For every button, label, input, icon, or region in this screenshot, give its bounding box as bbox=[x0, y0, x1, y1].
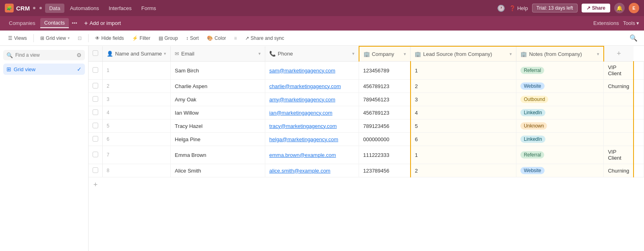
cell-name[interactable]: Amy Oak bbox=[171, 93, 265, 106]
cell-notes[interactable]: VIP Client bbox=[604, 62, 634, 80]
nav-item-automations[interactable]: Automations bbox=[66, 4, 103, 13]
row-checkbox[interactable] bbox=[93, 167, 98, 173]
cell-phone[interactable]: 111222333 bbox=[359, 146, 411, 164]
cell-name[interactable]: Tracy Hazel bbox=[171, 119, 265, 133]
more-tabs-button[interactable]: ••• bbox=[70, 19, 79, 28]
avatar[interactable]: E bbox=[629, 3, 639, 13]
col-header-email[interactable]: ✉ Email ▾ bbox=[171, 46, 265, 62]
history-icon[interactable]: 🕐 bbox=[497, 4, 505, 12]
cell-name[interactable]: Emma Brown bbox=[171, 146, 265, 164]
share-button[interactable]: ↗ Share bbox=[582, 4, 610, 12]
cell-name[interactable]: Helga Pine bbox=[171, 133, 265, 146]
tab-contacts[interactable]: Contacts bbox=[40, 18, 69, 28]
cell-lead-source[interactable]: Website bbox=[516, 164, 604, 177]
cell-phone[interactable]: 456789123 bbox=[359, 106, 411, 119]
cell-lead-source[interactable]: LinkedIn bbox=[516, 106, 604, 119]
lead-sort-icon[interactable]: ▾ bbox=[510, 51, 512, 57]
add-col-header[interactable]: + bbox=[604, 46, 634, 62]
cell-phone[interactable]: 456789123 bbox=[359, 80, 411, 93]
cell-phone[interactable]: 123789456 bbox=[359, 164, 411, 177]
cell-name[interactable]: Alice Smith bbox=[171, 164, 265, 177]
phone-sort-icon[interactable]: ▾ bbox=[352, 51, 355, 56]
color-button[interactable]: 🎨 Color bbox=[204, 34, 229, 43]
cell-email[interactable]: alice.smith@example.com bbox=[265, 164, 359, 177]
cell-lead-source[interactable]: Outbound bbox=[516, 93, 604, 106]
cell-company[interactable]: 4 bbox=[411, 106, 516, 119]
cell-phone[interactable]: 000000000 bbox=[359, 133, 411, 146]
cell-company[interactable]: 1 bbox=[411, 62, 516, 80]
col-header-phone[interactable]: 📞 Phone ▾ bbox=[265, 46, 359, 62]
row-checkbox[interactable] bbox=[93, 96, 98, 102]
cell-company[interactable]: 3 bbox=[411, 93, 516, 106]
cell-company[interactable]: 5 bbox=[411, 119, 516, 133]
layout-toggle-button[interactable]: ⊡ bbox=[74, 34, 85, 43]
cell-company[interactable]: 2 bbox=[411, 80, 516, 93]
cell-name[interactable]: Sam Birch bbox=[171, 62, 265, 80]
cell-notes[interactable] bbox=[604, 106, 634, 119]
cell-lead-source[interactable]: LinkedIn bbox=[516, 133, 604, 146]
cell-notes[interactable] bbox=[604, 119, 634, 133]
cell-notes[interactable]: Churning bbox=[604, 80, 634, 93]
hide-fields-button[interactable]: 👁 Hide fields bbox=[92, 34, 127, 43]
nav-item-interfaces[interactable]: Interfaces bbox=[105, 4, 136, 13]
share-sync-button[interactable]: ↗ Share and sync bbox=[242, 34, 287, 43]
cell-email[interactable]: ian@marketingagency.com bbox=[265, 106, 359, 119]
cell-email[interactable]: tracy@marketingagency.com bbox=[265, 119, 359, 133]
row-checkbox[interactable] bbox=[93, 109, 98, 115]
filter-button[interactable]: ⚡ Filter bbox=[129, 34, 154, 43]
cell-notes[interactable]: Churning bbox=[604, 164, 634, 177]
help-button[interactable]: ❓ Help bbox=[509, 5, 528, 11]
col-header-lead-source[interactable]: 🏢 Lead Source (from Company) ▾ bbox=[411, 46, 516, 62]
settings-icon[interactable]: ⚙ bbox=[76, 52, 82, 58]
row-checkbox[interactable] bbox=[93, 67, 98, 73]
cell-lead-source[interactable]: Referral bbox=[516, 146, 604, 164]
tools-button[interactable]: Tools ▾ bbox=[623, 20, 639, 26]
cell-lead-source[interactable]: Referral bbox=[516, 62, 604, 80]
cell-email[interactable]: emma.brown@example.com bbox=[265, 146, 359, 164]
cell-email[interactable]: sam@marketingagency.com bbox=[265, 62, 359, 80]
group-button[interactable]: ▤ Group bbox=[155, 34, 181, 43]
sort-button[interactable]: ↕ Sort bbox=[183, 34, 202, 43]
grid-view-button[interactable]: ⊞ Grid view ▾ bbox=[37, 34, 73, 43]
cell-lead-source[interactable]: Unknown bbox=[516, 119, 604, 133]
email-sort-icon[interactable]: ▾ bbox=[258, 51, 261, 56]
cell-lead-source[interactable]: Website bbox=[516, 80, 604, 93]
row-checkbox[interactable] bbox=[93, 83, 98, 88]
search-button[interactable]: 🔍 bbox=[628, 33, 639, 43]
notes-sort-icon[interactable]: ▾ bbox=[597, 51, 599, 57]
cell-phone[interactable]: 789456123 bbox=[359, 93, 411, 106]
company-sort-icon[interactable]: ▾ bbox=[404, 51, 406, 57]
nav-item-forms[interactable]: Forms bbox=[137, 4, 160, 13]
select-all-checkbox[interactable] bbox=[93, 50, 98, 56]
row-checkbox[interactable] bbox=[93, 123, 98, 128]
cell-name[interactable]: Ian Willow bbox=[171, 106, 265, 119]
row-checkbox[interactable] bbox=[93, 136, 98, 142]
crm-logo[interactable]: 🧩 CRM bbox=[5, 4, 30, 12]
cell-company[interactable]: 1 bbox=[411, 146, 516, 164]
add-import-button[interactable]: + Add or import bbox=[80, 18, 125, 29]
extensions-button[interactable]: Extensions bbox=[593, 20, 619, 26]
tab-companies[interactable]: Companies bbox=[5, 19, 39, 28]
cell-phone[interactable]: 123456789 bbox=[359, 62, 411, 80]
cell-phone[interactable]: 789123456 bbox=[359, 119, 411, 133]
add-row-button[interactable]: + bbox=[89, 177, 644, 192]
col-header-name[interactable]: 👤 Name and Surname ▾ bbox=[103, 46, 171, 62]
notification-bell[interactable]: 🔔 bbox=[614, 3, 625, 13]
cell-notes[interactable] bbox=[604, 93, 634, 106]
cell-company[interactable]: 2 bbox=[411, 164, 516, 177]
row-height-button[interactable]: ≡ bbox=[231, 34, 240, 43]
cell-email[interactable]: helga@marketingagency.com bbox=[265, 133, 359, 146]
col-header-company[interactable]: 🏢 Company ▾ bbox=[359, 46, 411, 62]
col-header-notes[interactable]: 🏢 Notes (from Company) ▾ bbox=[516, 46, 604, 62]
views-button[interactable]: ☰ Views bbox=[5, 34, 30, 43]
cell-email[interactable]: charlie@marketingagency.com bbox=[265, 80, 359, 93]
nav-item-data[interactable]: Data bbox=[45, 4, 64, 13]
select-all-header[interactable] bbox=[89, 46, 103, 62]
row-checkbox[interactable] bbox=[93, 152, 98, 157]
find-view-input[interactable] bbox=[15, 52, 74, 58]
cell-notes[interactable]: VIP Client bbox=[604, 146, 634, 164]
cell-name[interactable]: Charlie Aspen bbox=[171, 80, 265, 93]
sidebar-item-grid-view[interactable]: ⊞ Grid view ✓ bbox=[3, 64, 85, 75]
cell-company[interactable]: 6 bbox=[411, 133, 516, 146]
cell-email[interactable]: amy@marketingagency.com bbox=[265, 93, 359, 106]
